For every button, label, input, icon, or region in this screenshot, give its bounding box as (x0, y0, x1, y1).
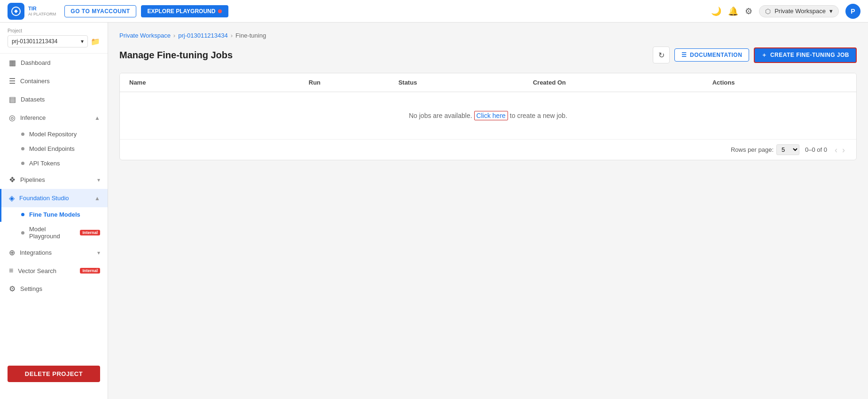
page-header: Manage Fine-tuning Jobs ↻ ☰ DOCUMENTATIO… (119, 47, 857, 63)
settings-button[interactable]: ⚙ (745, 6, 752, 16)
logo-area: TIR AI PLATFORM (8, 3, 56, 20)
table-body: No jobs are available. Click here to cre… (120, 92, 856, 139)
breadcrumb-project[interactable]: prj-013011213434 (178, 32, 228, 39)
workspace-chevron-icon: ▾ (829, 8, 833, 15)
sidebar-item-inference-label: Inference (20, 114, 90, 121)
workspace-selector[interactable]: ⬡ Private Workspace ▾ (759, 5, 839, 17)
topnav: TIR AI PLATFORM GO TO MYACCOUNT EXPLORE … (0, 0, 868, 23)
breadcrumb-workspace[interactable]: Private Workspace (119, 32, 171, 39)
pipelines-chevron-icon: ▾ (97, 177, 100, 183)
sidebar-subitem-model-playground-label: Model Playground (29, 226, 73, 240)
col-run: Run (309, 79, 399, 86)
sidebar-subitem-model-repository-label: Model Repository (29, 131, 77, 138)
sidebar-item-vector-search[interactable]: ≡ Vector Search Internal (0, 262, 108, 280)
inference-chevron-icon: ▲ (94, 115, 100, 121)
gear-icon: ⚙ (745, 6, 752, 16)
rows-per-page-label: Rows per page: (731, 146, 774, 153)
create-fine-tuning-job-button[interactable]: ＋ CREATE FINE-TUNING JOB (754, 47, 857, 63)
sidebar-subitem-api-tokens[interactable]: API Tokens (0, 156, 108, 171)
breadcrumb-sep-2: › (231, 32, 233, 39)
col-created-on: Created On (533, 79, 712, 86)
prev-page-button[interactable]: ‹ (833, 145, 839, 155)
explore-label: EXPLORE PLAYGROUND (148, 8, 216, 15)
project-id: prj-013011213434 (12, 38, 57, 45)
explore-playground-button[interactable]: EXPLORE PLAYGROUND (141, 5, 229, 17)
containers-icon: ☰ (9, 77, 16, 86)
empty-message-after: to create a new job. (510, 112, 567, 119)
logo-text-block: TIR AI PLATFORM (28, 6, 56, 16)
sidebar-item-settings-label: Settings (20, 285, 100, 292)
logo-icon (8, 3, 24, 20)
workspace-icon: ⬡ (765, 8, 771, 15)
model-repository-dot (21, 133, 24, 136)
dark-mode-button[interactable]: 🌙 (711, 6, 721, 16)
next-page-button[interactable]: › (840, 145, 847, 155)
table-header: Name Run Status Created On Actions (120, 73, 856, 92)
sidebar-item-foundation-studio[interactable]: ◈ Foundation Studio ▲ (0, 189, 108, 207)
delete-project-button[interactable]: DELETE PROJECT (8, 366, 100, 382)
inference-icon: ◎ (9, 113, 16, 122)
project-label: Project (8, 28, 100, 33)
documentation-button[interactable]: ☰ DOCUMENTATION (674, 48, 749, 62)
sidebar-subitem-model-repository[interactable]: Model Repository (0, 127, 108, 141)
empty-message-before: No jobs are available. (409, 112, 472, 119)
avatar[interactable]: P (845, 4, 860, 19)
empty-state-row: No jobs are available. Click here to cre… (129, 102, 847, 130)
topnav-left: TIR AI PLATFORM GO TO MYACCOUNT EXPLORE … (8, 3, 228, 20)
logo-title: TIR (28, 6, 56, 12)
sidebar-item-pipelines-label: Pipelines (20, 176, 93, 183)
workspace-label: Private Workspace (774, 8, 826, 15)
pagination-buttons: ‹ › (833, 145, 847, 155)
sidebar-bottom: DELETE PROJECT (0, 358, 108, 390)
col-name: Name (129, 79, 309, 86)
sidebar-subitem-model-playground[interactable]: Model Playground Internal (0, 222, 108, 243)
dashboard-icon: ▦ (9, 58, 16, 67)
sidebar-subitem-model-endpoints[interactable]: Model Endpoints (0, 141, 108, 156)
sidebar-item-foundation-studio-label: Foundation Studio (19, 195, 90, 202)
topnav-right: 🌙 🔔 ⚙ ⬡ Private Workspace ▾ P (711, 4, 860, 19)
sidebar-item-containers[interactable]: ☰ Containers (0, 72, 108, 90)
sidebar-subitem-model-endpoints-label: Model Endpoints (29, 145, 75, 152)
datasets-icon: ▤ (9, 95, 16, 104)
col-status: Status (399, 79, 533, 86)
page-title: Manage Fine-tuning Jobs (119, 50, 233, 61)
create-label: CREATE FINE-TUNING JOB (770, 52, 849, 58)
sidebar-subitem-fine-tune-models[interactable]: Fine Tune Models (0, 207, 108, 222)
dropdown-chevron-icon: ▾ (81, 38, 84, 45)
api-tokens-dot (21, 162, 24, 165)
sidebar-subitem-fine-tune-models-label: Fine Tune Models (29, 211, 80, 218)
sidebar-item-inference[interactable]: ◎ Inference ▲ (0, 109, 108, 127)
sidebar-item-datasets[interactable]: ▤ Datasets (0, 90, 108, 109)
project-dropdown[interactable]: prj-013011213434 ▾ (8, 35, 88, 47)
sidebar-item-settings[interactable]: ⚙ Settings (0, 280, 108, 298)
goto-myaccount-button[interactable]: GO TO MYACCOUNT (64, 5, 136, 17)
integrations-icon: ⊕ (9, 248, 15, 257)
folder-icon[interactable]: 📁 (91, 37, 100, 46)
foundation-studio-chevron-icon: ▲ (94, 195, 100, 202)
moon-icon: 🌙 (711, 6, 721, 16)
sidebar-item-pipelines[interactable]: ❖ Pipelines ▾ (0, 171, 108, 189)
integrations-chevron-icon: ▾ (97, 250, 100, 256)
sidebar-item-dashboard[interactable]: ▦ Dashboard (0, 54, 108, 72)
header-actions: ↻ ☰ DOCUMENTATION ＋ CREATE FINE-TUNING J… (653, 47, 857, 63)
logo-subtitle: AI PLATFORM (28, 12, 56, 16)
project-select-row: prj-013011213434 ▾ 📁 (8, 35, 100, 47)
sidebar-item-datasets-label: Datasets (21, 96, 100, 103)
doc-icon: ☰ (681, 52, 687, 58)
settings-nav-icon: ⚙ (9, 284, 16, 293)
click-here-link[interactable]: Click here (474, 111, 508, 120)
sidebar-subitem-api-tokens-label: API Tokens (29, 160, 60, 167)
notifications-button[interactable]: 🔔 (728, 6, 738, 16)
sidebar-item-integrations[interactable]: ⊕ Integrations ▾ (0, 243, 108, 262)
model-endpoints-dot (21, 147, 24, 150)
explore-dot (218, 9, 222, 13)
breadcrumb-sep-1: › (173, 32, 175, 39)
sidebar-item-dashboard-label: Dashboard (21, 59, 100, 66)
refresh-button[interactable]: ↻ (653, 47, 670, 63)
documentation-label: DOCUMENTATION (690, 52, 742, 58)
project-selector: Project prj-013011213434 ▾ 📁 (0, 23, 108, 54)
refresh-icon: ↻ (658, 51, 665, 60)
rows-per-page-select[interactable]: 5 10 25 (776, 144, 799, 155)
model-playground-internal-badge: Internal (80, 230, 100, 235)
breadcrumb: Private Workspace › prj-013011213434 › F… (119, 32, 857, 39)
